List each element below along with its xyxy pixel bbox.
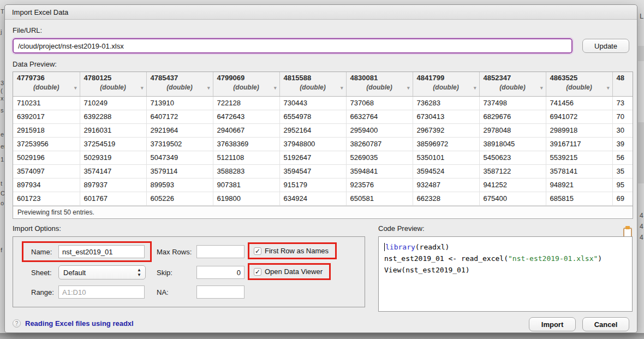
preview-cell: 3594547 bbox=[279, 164, 346, 178]
background-fragment: ( bbox=[1, 87, 3, 94]
name-label: Name: bbox=[31, 248, 58, 256]
na-input[interactable] bbox=[196, 286, 245, 299]
import-button[interactable]: Import bbox=[529, 317, 576, 331]
column-type-menu-icon[interactable]: ▾ bbox=[274, 85, 277, 91]
preview-cell: 2967392 bbox=[413, 123, 479, 137]
sheet-select-value: Default bbox=[63, 269, 86, 277]
preview-cell: 38260787 bbox=[346, 137, 413, 151]
table-row: 6392017639228864071726472643655497866327… bbox=[13, 110, 633, 123]
skip-input[interactable] bbox=[196, 266, 245, 279]
background-fragment: s bbox=[1, 107, 4, 114]
column-type-menu-icon[interactable]: ▾ bbox=[607, 85, 610, 91]
preview-cell: 3587122 bbox=[479, 164, 546, 178]
preview-cell: 897934 bbox=[13, 178, 80, 192]
background-band bbox=[638, 46, 644, 61]
column-type-menu-icon[interactable]: ▾ bbox=[141, 85, 144, 91]
table-row: 5029196502931950473495121108519264752690… bbox=[13, 151, 633, 164]
background-fragment: 4 bbox=[640, 212, 643, 219]
preview-cell: 601723 bbox=[13, 192, 80, 205]
annotation-box-open-viewer: ✓ Open Data Viewer bbox=[248, 263, 331, 280]
background-fragment: e bbox=[1, 131, 4, 138]
table-row: 3725395637254519373195023763836937948800… bbox=[13, 137, 633, 151]
column-header: 4799069(double)▾ bbox=[213, 72, 279, 96]
background-fragment: j bbox=[1, 28, 2, 35]
data-preview-label: Data Preview: bbox=[13, 60, 57, 68]
preview-cell: 37253956 bbox=[13, 137, 80, 151]
background-fragment: 4 bbox=[640, 223, 643, 230]
column-type-menu-icon[interactable]: ▾ bbox=[474, 85, 476, 91]
preview-cell: 70 bbox=[612, 110, 633, 123]
preview-cell: 730443 bbox=[279, 96, 346, 110]
preview-cell: 932487 bbox=[413, 178, 479, 192]
table-row: 3574097357414735791143588283359454735948… bbox=[13, 164, 633, 178]
update-button[interactable]: Update bbox=[582, 39, 629, 53]
code-line: View(nst_est2019_01) bbox=[384, 264, 627, 276]
code-preview-label: Code Preview: bbox=[378, 224, 425, 233]
name-input[interactable] bbox=[58, 245, 145, 258]
preview-cell: 73 bbox=[612, 96, 633, 110]
dialog-title: Import Excel Data bbox=[5, 5, 637, 20]
background-fragment: x bbox=[1, 95, 4, 102]
column-header: 4779736(double)▾ bbox=[13, 72, 80, 96]
preview-cell: 5192647 bbox=[279, 151, 346, 164]
preview-cell: 3574097 bbox=[13, 164, 80, 178]
preview-cell: 3579114 bbox=[146, 164, 213, 178]
column-header: 4785437(double)▾ bbox=[146, 72, 213, 96]
import-options-label: Import Options: bbox=[13, 224, 61, 233]
preview-cell: 5539215 bbox=[546, 151, 612, 164]
preview-cell: 6392017 bbox=[13, 110, 80, 123]
help-icon[interactable]: ? bbox=[13, 319, 21, 328]
na-label: NA: bbox=[157, 288, 196, 296]
preview-cell: 2952164 bbox=[279, 123, 346, 137]
table-row: 6017236017676052266198006349246505816623… bbox=[13, 192, 633, 205]
max-rows-input[interactable] bbox=[196, 245, 245, 258]
column-type-menu-icon[interactable]: ▾ bbox=[540, 85, 543, 91]
column-header: 4841799(double)▾ bbox=[413, 72, 479, 96]
preview-cell: 2915918 bbox=[13, 123, 80, 137]
preview-cell: 2921964 bbox=[146, 123, 213, 137]
code-line: nst_est2019_01 <- read_excel("nst-est201… bbox=[384, 253, 627, 264]
sheet-select[interactable]: Default ▲▼ bbox=[58, 265, 146, 279]
column-type-menu-icon[interactable]: ▾ bbox=[74, 85, 77, 91]
preview-cell: 37319502 bbox=[146, 137, 213, 151]
preview-cell: 601767 bbox=[80, 192, 146, 205]
preview-cell: 37638369 bbox=[213, 137, 279, 151]
preview-cell: 6632764 bbox=[346, 110, 413, 123]
preview-cell: 710249 bbox=[80, 96, 146, 110]
first-row-as-names-checkbox[interactable]: ✓ bbox=[254, 247, 261, 255]
column-type-menu-icon[interactable]: ▾ bbox=[341, 85, 343, 91]
preview-cell: 30 bbox=[612, 123, 633, 137]
preview-cell: 39167117 bbox=[546, 137, 612, 151]
preview-cell: 619800 bbox=[213, 192, 279, 205]
preview-cell: 3594841 bbox=[346, 164, 413, 178]
screen-background: Tj3(xseer1tCof L 444 Import Excel Data F… bbox=[0, 0, 644, 339]
preview-cell: 5029319 bbox=[80, 151, 146, 164]
sheet-label: Sheet: bbox=[31, 269, 58, 277]
preview-cell: 56 bbox=[612, 151, 633, 164]
column-header: 48(double)▾ bbox=[612, 72, 633, 96]
open-data-viewer-checkbox[interactable]: ✓ bbox=[254, 268, 261, 276]
background-fragment: 1 bbox=[1, 156, 4, 163]
preview-cell: 37254519 bbox=[80, 137, 146, 151]
preview-footer-text: Previewing first 50 entries. bbox=[13, 206, 633, 218]
first-row-as-names-label: First Row as Names bbox=[265, 247, 329, 255]
preview-cell: 3578141 bbox=[546, 164, 612, 178]
cancel-button[interactable]: Cancel bbox=[582, 317, 629, 331]
readxl-help-link[interactable]: Reading Excel files using readxl bbox=[25, 319, 134, 328]
background-fragment: o bbox=[1, 200, 4, 206]
code-preview-box: library(readxl)nst_est2019_01 <- read_ex… bbox=[378, 236, 633, 312]
preview-cell: 650581 bbox=[346, 192, 413, 205]
preview-cell: 6941072 bbox=[546, 110, 612, 123]
preview-cell: 736283 bbox=[413, 96, 479, 110]
import-options-box: Name: Sheet: Default ▲▼ Range: Max Rows:… bbox=[13, 236, 365, 307]
column-type-menu-icon[interactable]: ▾ bbox=[407, 85, 410, 91]
column-type-menu-icon[interactable]: ▾ bbox=[207, 85, 210, 91]
range-input[interactable] bbox=[58, 286, 145, 299]
background-bottom-strip bbox=[0, 333, 644, 339]
preview-cell: 39 bbox=[612, 137, 633, 151]
preview-cell: 605226 bbox=[146, 192, 213, 205]
file-url-input[interactable] bbox=[13, 38, 573, 53]
preview-cell: 3588283 bbox=[213, 164, 279, 178]
preview-cell: 35 bbox=[612, 164, 633, 178]
preview-cell: 2978048 bbox=[479, 123, 546, 137]
